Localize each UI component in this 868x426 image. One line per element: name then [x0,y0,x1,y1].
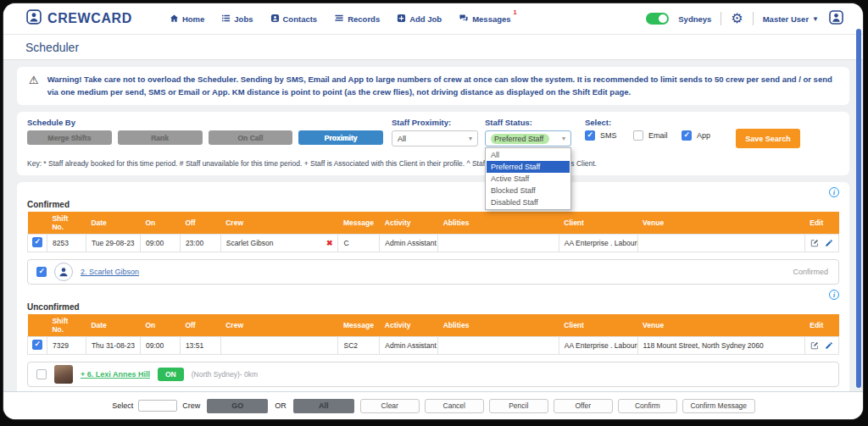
edit-note-icon[interactable] [810,238,819,248]
col-crew: Crew [220,314,338,337]
cell-date: Tue 29-08-23 [86,235,140,252]
divider [753,12,754,25]
proximity-button[interactable]: Proximity [298,130,383,145]
staff-proximity-select[interactable]: All ▾ [392,130,478,147]
sms-label: SMS [600,131,617,140]
staff-link[interactable]: 2. Scarlet Gibson [81,268,139,276]
confirmed-staff-row: 2. Scarlet Gibson Confirmed [27,259,839,285]
staff-checkbox[interactable] [36,369,47,379]
col-edit: Edit [804,314,838,337]
app-checkbox[interactable] [682,130,692,141]
col-off: Off [180,314,220,337]
select-channels-group: Select: SMS Email App [585,118,731,141]
cell-edit [804,235,838,252]
on-call-button[interactable]: On Call [209,130,293,145]
staff-proximity-value: All [398,135,406,143]
email-checkbox[interactable] [633,130,643,141]
nav-item-contacts[interactable]: Contacts [270,14,318,25]
brand-logo[interactable]: CREWCARD [25,8,132,29]
nav-label: Messages [472,14,510,24]
nav-item-jobs[interactable]: Jobs [221,14,253,25]
row-checkbox[interactable] [32,340,42,350]
staff-link[interactable]: + 6. Lexi Annes Hill [81,370,150,379]
row-checkbox[interactable] [32,237,42,247]
company-name: Sydneys [678,14,711,24]
option-active-staff[interactable]: Active Staff [487,173,570,185]
cell-crew [220,337,338,355]
option-all[interactable]: All [487,149,570,161]
messages-count-badge: 1 [513,8,516,16]
pencil-icon[interactable] [825,238,833,248]
messages-bubble-icon [459,14,469,25]
col-client: Client [559,212,637,235]
nav-item-records[interactable]: Records [334,14,380,25]
schedule-by-group: Schedule By Merge Shifts Rank On Call Pr… [27,118,383,145]
cell-activity: Admin Assistant [380,337,438,355]
unconfirmed-section-title: Unconfirmed [27,302,839,312]
col-activity: Activity [380,314,438,337]
crew-count-input[interactable] [138,400,177,412]
staff-status-select[interactable]: Preferred Staff ▾ [485,130,571,147]
chevron-down-icon: ▼ [812,15,819,23]
remove-crew-icon[interactable]: ✖ [326,239,333,247]
col-date: Date [86,314,140,337]
info-icon[interactable]: i [829,187,839,197]
brand-name: CREWCARD [47,11,132,26]
scrollbar[interactable] [856,29,861,388]
table-header-row: Shift No. Date On Off Crew Message Activ… [28,212,839,235]
user-avatar-icon[interactable] [828,9,844,29]
staff-status-group: Staff Status: Preferred Staff ▾ All Pref… [485,118,571,147]
rank-button[interactable]: Rank [118,130,203,145]
confirm-button[interactable]: Confirm [618,399,677,413]
on-badge[interactable]: ON [158,368,184,381]
crewcard-logo-icon [25,8,42,29]
staff-status-text: Confirmed [793,268,828,276]
email-channel: Email [633,130,682,141]
nav-item-add-job[interactable]: Add Job [397,14,442,25]
option-disabled-staff[interactable]: Disabled Staff [487,196,570,208]
staff-checkbox[interactable] [36,267,47,277]
email-label: Email [648,131,668,140]
confirm-message-button[interactable]: Confirm Message [682,399,755,413]
gear-icon[interactable]: ⚙ [731,12,743,25]
nav-menu: Home Jobs Contacts Records Add Job Messa… [170,14,511,25]
nav-label: Records [348,14,380,24]
info-icon[interactable]: i [829,290,839,300]
edit-note-icon[interactable] [810,340,819,351]
cell-shift-no: 7329 [47,337,86,355]
col-off: Off [180,212,220,235]
table-header-row: Shift No. Date On Off Crew Message Activ… [28,314,839,337]
clear-button[interactable]: Clear [360,399,420,413]
staff-status-value: Preferred Staff [491,134,549,144]
pencil-button[interactable]: Pencil [489,399,548,413]
all-button[interactable]: All [293,399,354,413]
pencil-icon[interactable] [825,340,833,351]
cell-on: 09:00 [140,337,180,355]
filter-panel: Schedule By Merge Shifts Rank On Call Pr… [17,112,849,175]
sms-checkbox[interactable] [585,130,595,141]
nav-label: Jobs [234,14,253,24]
select-crew-label: Select [112,401,133,410]
cell-on: 09:00 [140,235,180,252]
option-preferred-staff[interactable]: Preferred Staff [487,161,570,173]
col-shift-no: Shift No. [47,314,86,337]
user-menu[interactable]: Master User ▼ [763,14,819,24]
go-button[interactable]: GO [207,399,268,413]
cell-abilities [438,235,559,252]
nav-item-messages[interactable]: Messages 1 [459,14,510,25]
cell-venue [637,235,804,252]
save-search-button[interactable]: Save Search [736,129,800,148]
merge-shifts-button[interactable]: Merge Shifts [27,130,112,145]
staff-location: (North Sydney)- 0km [192,370,258,379]
chevron-down-icon: ▾ [469,135,472,142]
company-toggle[interactable] [646,13,669,25]
cancel-button[interactable]: Cancel [425,399,484,413]
offer-button[interactable]: Offer [554,399,613,413]
staff-photo [54,365,73,384]
cell-off: 23:00 [180,235,220,252]
nav-item-home[interactable]: Home [170,14,204,25]
col-edit: Edit [804,212,838,235]
nav-right: Sydneys ⚙ Master User ▼ [646,9,844,29]
option-blocked-staff[interactable]: Blocked Staff [487,185,570,196]
app-label: App [697,131,710,140]
